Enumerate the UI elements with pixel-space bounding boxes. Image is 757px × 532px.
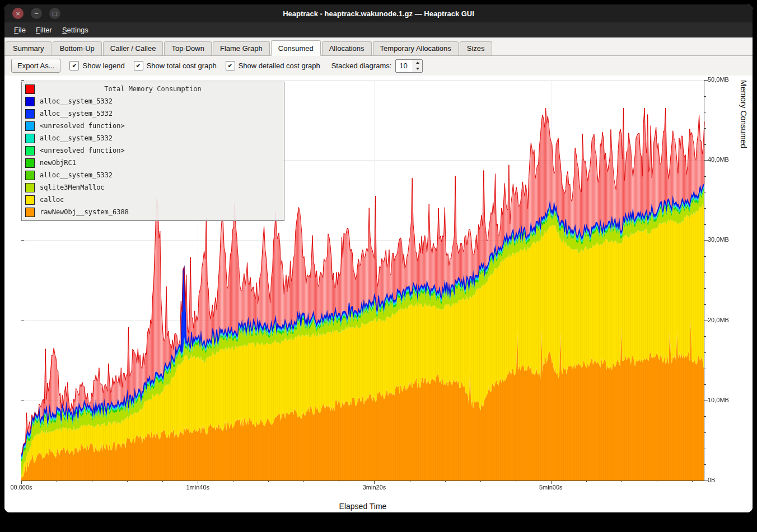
check-icon: ✔ [136,63,141,69]
stacked-diagrams-group: Stacked diagrams: 10 [331,59,423,73]
chart-legend: Total Memory Consumptionalloc__system_53… [21,82,284,221]
show-total-cost-checkbox-group[interactable]: ✔ Show total cost graph [134,61,217,70]
x-axis-tick-label: 3min20s [363,484,386,491]
legend-item: alloc__system_5332 [22,95,284,107]
legend-item-label: alloc__system_5332 [40,134,113,142]
toolbar: Export As... ✔ Show legend ✔ Show total … [4,56,753,76]
legend-swatch-icon [25,121,35,131]
legend-total-swatch-icon [25,84,35,94]
show-total-cost-checkbox[interactable]: ✔ [134,61,143,70]
legend-swatch-icon [25,195,35,205]
spin-down-icon [416,68,419,70]
y-axis-tick-label: 0B [708,477,715,483]
y-axis-title: Memory Consumed [739,80,748,481]
spinbox-arrows [413,60,422,72]
x-axis-tick-label: 1min40s [186,484,209,491]
menu-item-file[interactable]: File [9,24,31,36]
legend-item: rawNewObj__system_6388 [22,206,284,218]
legend-item-label: alloc__system_5332 [40,171,113,179]
tab-consumed[interactable]: Consumed [271,40,321,56]
y-axis-tick-label: 30,0MB [708,236,729,243]
legend-swatch-icon [25,158,35,168]
chart-area: Total Memory Consumptionalloc__system_53… [4,76,753,512]
legend-item-label: <unresolved function> [40,122,125,130]
tab-summary[interactable]: Summary [6,41,52,55]
spinbox-down-button[interactable] [413,66,422,72]
legend-item-label: alloc__system_5332 [40,97,113,105]
legend-swatch-icon [25,134,35,143]
y-axis-tick-label: 10,0MB [708,397,729,403]
tab-caller-callee[interactable]: Caller / Callee [103,41,163,55]
tab-bar: SummaryBottom-UpCaller / CalleeTop-DownF… [4,37,753,56]
legend-title: Total Memory Consumption [22,83,284,95]
legend-title-row: Total Memory Consumption [22,83,284,95]
export-as-button[interactable]: Export As... [11,59,60,73]
x-axis-title: Elapsed Time [21,502,704,511]
legend-item: calloc [22,194,284,206]
spin-up-icon [416,62,419,64]
maximize-icon: □ [53,10,57,17]
minimize-button[interactable]: − [31,8,42,19]
tab-sizes[interactable]: Sizes [460,41,492,55]
titlebar[interactable]: × − □ Heaptrack - heaptrack.wakunode.1.g… [4,4,753,22]
maximize-button[interactable]: □ [49,8,60,19]
y-axis-tick-label: 20,0MB [708,317,729,323]
legend-swatch-icon [25,109,35,119]
tab-temporary-allocations[interactable]: Temporary Allocations [373,41,459,55]
window-controls: × − □ [12,4,60,22]
stacked-diagrams-label: Stacked diagrams: [331,62,392,70]
legend-item: sqlite3MemMalloc [22,181,284,194]
heaptrack-window: × − □ Heaptrack - heaptrack.wakunode.1.g… [4,4,753,512]
legend-item-label: <unresolved function> [40,147,125,154]
show-total-cost-label: Show total cost graph [147,62,217,70]
show-detailed-cost-label: Show detailed cost graph [239,62,320,70]
show-detailed-cost-checkbox-group[interactable]: ✔ Show detailed cost graph [226,61,320,70]
y-axis-tick-label: 50,0MB [708,76,729,83]
menu-item-settings[interactable]: Settings [57,24,94,36]
check-icon: ✔ [228,63,233,69]
legend-swatch-icon [25,146,35,156]
legend-item: <unresolved function> [22,120,284,132]
x-axis-tick-label: 00.000s [10,484,32,491]
close-icon: × [16,10,20,17]
legend-item: <unresolved function> [22,144,284,157]
check-icon: ✔ [72,63,77,69]
menubar: FileFilterSettings [4,22,753,37]
legend-swatch-icon [25,171,35,180]
window-title: Heaptrack - heaptrack.wakunode.1.gz — He… [4,10,753,18]
tab-top-down[interactable]: Top-Down [164,41,212,55]
menu-item-filter[interactable]: Filter [31,24,57,36]
legend-item-label: newObjRC1 [40,159,76,167]
spinbox-up-button[interactable] [413,60,422,66]
minimize-icon: − [34,10,39,17]
show-detailed-cost-checkbox[interactable]: ✔ [226,61,235,70]
show-legend-label: Show legend [82,62,124,70]
legend-swatch-icon [25,97,35,106]
legend-item: alloc__system_5332 [22,169,284,181]
y-axis-tick-label: 40,0MB [708,156,729,163]
legend-item-label: calloc [40,196,64,204]
tab-bottom-up[interactable]: Bottom-Up [53,41,102,55]
legend-item: newObjRC1 [22,157,284,169]
legend-item-label: alloc__system_5332 [40,110,113,117]
legend-item: alloc__system_5332 [22,107,284,120]
legend-swatch-icon [25,208,35,217]
tab-flame-graph[interactable]: Flame Graph [213,41,270,55]
legend-item-label: rawNewObj__system_6388 [40,208,129,216]
show-legend-checkbox-group[interactable]: ✔ Show legend [69,61,124,70]
legend-item-label: sqlite3MemMalloc [40,183,105,191]
stacked-diagrams-value[interactable]: 10 [396,60,413,72]
legend-swatch-icon [25,183,35,192]
legend-item: alloc__system_5332 [22,132,284,144]
show-legend-checkbox[interactable]: ✔ [69,61,79,70]
x-axis-tick-label: 5min00s [539,484,563,491]
close-button[interactable]: × [12,8,24,19]
tab-allocations[interactable]: Allocations [322,41,372,55]
stacked-diagrams-spinbox[interactable]: 10 [395,59,423,73]
